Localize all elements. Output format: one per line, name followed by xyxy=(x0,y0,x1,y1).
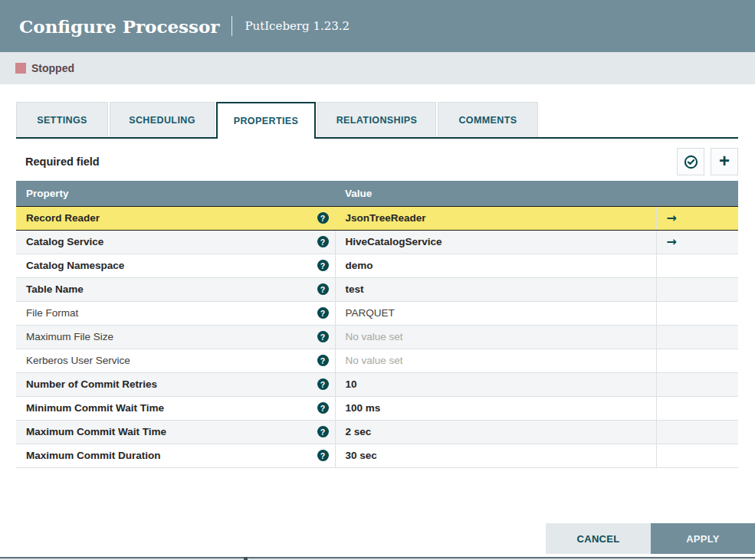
property-name: Kerberos User Service xyxy=(26,355,130,366)
property-name: Minimum Commit Wait Time xyxy=(26,402,164,414)
property-row: Maximum File Size?No value set xyxy=(16,325,738,349)
toolbar-buttons: + xyxy=(677,148,738,175)
stopped-status-icon xyxy=(15,63,26,74)
tab-comments[interactable]: COMMENTS xyxy=(438,102,538,137)
help-icon[interactable]: ? xyxy=(317,307,329,319)
property-name: Maximum Commit Duration xyxy=(26,450,161,461)
property-value[interactable]: test xyxy=(346,283,364,295)
property-name: File Format xyxy=(26,307,78,319)
property-name: Catalog Namespace xyxy=(26,260,124,271)
tab-settings[interactable]: SETTINGS xyxy=(16,102,108,137)
property-name: Catalog Service xyxy=(26,236,103,247)
add-property-button[interactable]: + xyxy=(711,148,738,175)
property-row: Number of Commit Retries?10 xyxy=(16,372,738,396)
property-value[interactable]: 10 xyxy=(346,378,357,390)
property-row: File Format?PARQUET xyxy=(16,301,738,325)
help-icon[interactable]: ? xyxy=(317,355,329,366)
column-header-property: Property xyxy=(16,181,335,206)
help-icon[interactable]: ? xyxy=(317,426,329,437)
property-name: Table Name xyxy=(26,283,84,295)
property-value[interactable]: HiveCatalogService xyxy=(346,236,442,247)
help-icon[interactable]: ? xyxy=(317,283,329,295)
property-value[interactable]: No value set xyxy=(346,331,403,342)
tab-bar: SETTINGSSCHEDULINGPROPERTIESRELATIONSHIP… xyxy=(16,102,738,139)
help-icon[interactable]: ? xyxy=(317,378,329,390)
property-name: Maximum Commit Wait Time xyxy=(26,426,166,437)
processor-type-version: PutIceberg 1.23.2 xyxy=(245,19,350,33)
canvas-artifact xyxy=(244,557,248,560)
status-bar: Stopped xyxy=(0,52,755,84)
column-header-value: Value xyxy=(335,181,656,206)
help-icon[interactable]: ? xyxy=(317,450,329,461)
tab-scheduling[interactable]: SCHEDULING xyxy=(110,102,215,137)
property-name: Maximum File Size xyxy=(26,331,113,342)
property-value[interactable]: 100 ms xyxy=(346,402,381,414)
property-row: Maximum Commit Wait Time?2 sec xyxy=(16,420,738,444)
dialog-bottom-edge xyxy=(0,557,755,560)
property-row: Maximum Commit Duration?30 sec xyxy=(16,444,738,467)
property-row: Table Name?test xyxy=(16,277,738,301)
help-icon[interactable]: ? xyxy=(317,260,329,271)
property-row: Minimum Commit Wait Time?100 ms xyxy=(16,396,738,420)
property-name: Number of Commit Retries xyxy=(26,378,157,390)
property-value[interactable]: PARQUET xyxy=(346,307,395,319)
help-icon[interactable]: ? xyxy=(317,212,329,224)
properties-toolbar: Required field + xyxy=(16,148,738,175)
property-name: Record Reader xyxy=(26,212,100,224)
dialog-title: Configure Processor xyxy=(19,16,219,37)
property-value[interactable]: 2 sec xyxy=(346,426,372,437)
title-separator xyxy=(231,16,232,36)
verify-properties-button[interactable] xyxy=(677,148,704,175)
property-value[interactable]: 30 sec xyxy=(346,450,377,461)
dialog-footer: CANCEL APPLY xyxy=(546,523,755,554)
property-value[interactable]: demo xyxy=(346,260,373,271)
plus-icon: + xyxy=(719,152,730,170)
property-row: Kerberos User Service?No value set xyxy=(16,349,738,372)
goto-service-icon[interactable]: → xyxy=(667,236,677,248)
tab-relationships[interactable]: RELATIONSHIPS xyxy=(317,102,436,137)
properties-table: Property Value Record Reader?JsonTreeRea… xyxy=(16,181,738,468)
properties-table-body: Record Reader?JsonTreeReader→Catalog Ser… xyxy=(16,206,738,467)
required-field-label: Required field xyxy=(16,156,100,168)
column-header-actions xyxy=(656,181,738,206)
help-icon[interactable]: ? xyxy=(317,402,329,414)
circle-check-icon xyxy=(684,155,698,169)
goto-service-icon[interactable]: → xyxy=(667,212,677,224)
dialog-header: Configure Processor PutIceberg 1.23.2 xyxy=(0,0,755,52)
cancel-button[interactable]: CANCEL xyxy=(546,523,651,554)
dialog-content: SETTINGSSCHEDULINGPROPERTIESRELATIONSHIP… xyxy=(0,102,755,468)
tab-properties[interactable]: PROPERTIES xyxy=(216,102,316,139)
help-icon[interactable]: ? xyxy=(317,331,329,342)
property-row: Catalog Namespace?demo xyxy=(16,254,738,277)
status-label: Stopped xyxy=(31,62,74,74)
properties-table-header: Property Value xyxy=(16,181,738,206)
help-icon[interactable]: ? xyxy=(317,236,329,247)
property-row: Record Reader?JsonTreeReader→ xyxy=(16,206,738,230)
apply-button[interactable]: APPLY xyxy=(651,523,755,554)
property-value[interactable]: No value set xyxy=(346,355,403,366)
property-value[interactable]: JsonTreeReader xyxy=(346,212,426,224)
configure-processor-dialog: Configure Processor PutIceberg 1.23.2 St… xyxy=(0,0,755,560)
property-row: Catalog Service?HiveCatalogService→ xyxy=(16,230,738,254)
